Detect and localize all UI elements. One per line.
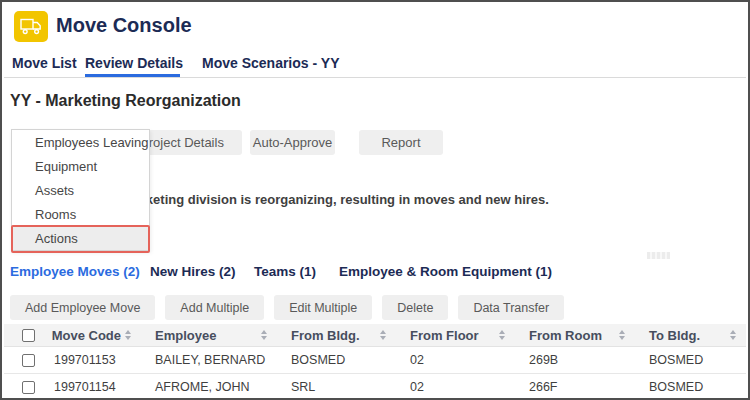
auto-approve-button[interactable]: Auto-Approve	[250, 130, 335, 155]
menu-item-employees-leaving[interactable]: Employees Leaving	[12, 130, 149, 154]
faint-artifact	[647, 252, 670, 259]
report-button[interactable]: Report	[359, 130, 443, 155]
sort-icon[interactable]	[499, 330, 505, 340]
menu-item-actions[interactable]: Actions	[12, 226, 149, 250]
data-transfer-button[interactable]: Data Transfer	[458, 295, 564, 320]
table-header-row: Move Code Employee From Bldg. From Floor…	[4, 324, 746, 347]
move-console-window: Move Console Move List Review Details Mo…	[0, 0, 750, 400]
sort-icon[interactable]	[125, 330, 131, 340]
table-toolbar: Add Employee Move Add Multiple Edit Mult…	[10, 295, 564, 320]
tab-review-details[interactable]: Review Details	[85, 55, 183, 71]
col-header-employee[interactable]: Employee	[147, 328, 283, 343]
cell-from-room: 269B	[521, 353, 641, 367]
cell-from-bldg: SRL	[283, 380, 402, 394]
row-checkbox[interactable]	[22, 381, 35, 394]
table-row[interactable]: 199701153 BAILEY, BERNARD BOSMED 02 269B…	[4, 347, 746, 374]
cell-employee: AFROME, JOHN	[147, 380, 283, 394]
edit-multiple-button[interactable]: Edit Multiple	[274, 295, 372, 320]
col-header-to-bldg[interactable]: To Bldg.	[641, 328, 746, 343]
cell-from-floor: 02	[402, 353, 521, 367]
menu-item-rooms[interactable]: Rooms	[12, 202, 149, 226]
page-title: Move Console	[56, 14, 192, 37]
add-multiple-button[interactable]: Add Multiple	[165, 295, 264, 320]
tab-teams[interactable]: Teams (1)	[254, 264, 316, 279]
employee-moves-table: Move Code Employee From Bldg. From Floor…	[4, 324, 746, 400]
cell-from-bldg: BOSMED	[283, 353, 402, 367]
menu-item-equipment[interactable]: Equipment	[12, 154, 149, 178]
tab-employee-moves[interactable]: Employee Moves (2)	[10, 264, 140, 279]
cell-employee: BAILEY, BERNARD	[147, 353, 283, 367]
cell-to-bldg: BOSMED	[641, 353, 746, 367]
add-employee-move-button[interactable]: Add Employee Move	[10, 295, 155, 320]
sort-icon[interactable]	[619, 330, 625, 340]
cell-from-floor: 02	[402, 380, 521, 394]
project-title: YY - Marketing Reorganization	[10, 92, 241, 110]
delete-button[interactable]: Delete	[382, 295, 448, 320]
col-header-move-code[interactable]: Move Code	[46, 328, 147, 343]
cell-move-code: 199701154	[46, 380, 147, 394]
sort-icon[interactable]	[380, 330, 386, 340]
cell-to-bldg: BOSMED	[641, 380, 746, 394]
cell-move-code: 199701153	[46, 353, 147, 367]
row-checkbox[interactable]	[22, 354, 35, 367]
table-row[interactable]: 199701154 AFROME, JOHN SRL 02 266F BOSME…	[4, 374, 746, 400]
cell-from-room: 266F	[521, 380, 641, 394]
select-all-checkbox[interactable]	[22, 329, 35, 342]
nav-tab-bar: Move List Review Details Move Scenarios …	[4, 52, 746, 78]
project-description: The Marketing division is reorganizing, …	[96, 192, 549, 207]
tab-new-hires[interactable]: New Hires (2)	[150, 264, 236, 279]
active-tab-underline	[85, 74, 180, 77]
tab-move-scenarios[interactable]: Move Scenarios - YY	[202, 55, 339, 71]
truck-icon	[14, 11, 48, 42]
menu-item-assets[interactable]: Assets	[12, 178, 149, 202]
col-header-from-floor[interactable]: From Floor	[402, 328, 521, 343]
col-header-from-room[interactable]: From Room	[521, 328, 641, 343]
open-dropdown-menu: Employees Leaving Equipment Assets Rooms…	[11, 129, 150, 251]
col-header-from-bldg[interactable]: From Bldg.	[283, 328, 402, 343]
tab-move-list[interactable]: Move List	[12, 55, 77, 71]
tab-employee-room-equipment[interactable]: Employee & Room Equipment (1)	[339, 264, 552, 279]
sort-icon[interactable]	[261, 330, 267, 340]
sort-icon[interactable]	[730, 330, 736, 340]
